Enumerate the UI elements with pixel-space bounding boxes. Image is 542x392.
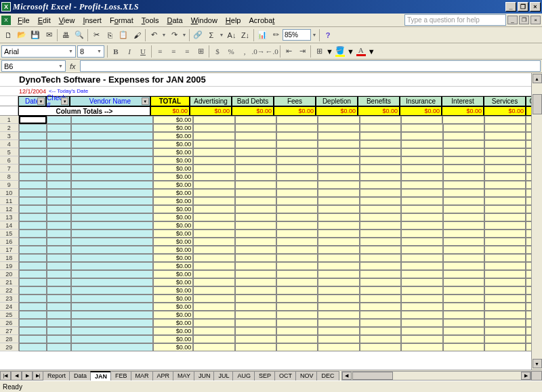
cell-date[interactable]: [19, 116, 47, 124]
row-header[interactable]: 27: [0, 327, 19, 335]
row-header[interactable]: 20: [0, 270, 19, 278]
row-header[interactable]: 15: [0, 230, 19, 238]
cell[interactable]: [193, 295, 234, 303]
menu-tools[interactable]: Tools: [138, 15, 163, 26]
header-fees[interactable]: Fees: [274, 96, 316, 106]
cell[interactable]: [360, 221, 401, 230]
fx-icon[interactable]: fx: [70, 62, 76, 70]
zoom-combo[interactable]: 85%: [283, 29, 311, 41]
cell[interactable]: [318, 213, 359, 221]
cell[interactable]: [276, 156, 318, 165]
cell-check[interactable]: [47, 246, 71, 254]
cell-vendor[interactable]: [71, 181, 153, 189]
cell-date[interactable]: [19, 238, 47, 246]
cell[interactable]: [484, 221, 526, 230]
cell[interactable]: [276, 132, 318, 140]
cell[interactable]: [484, 286, 526, 295]
cell[interactable]: [318, 238, 359, 246]
cell[interactable]: [360, 295, 401, 303]
table-row[interactable]: 27$0.00: [0, 327, 542, 335]
cell[interactable]: [401, 132, 442, 140]
cell-vendor[interactable]: [71, 343, 153, 351]
cell-check[interactable]: [47, 148, 71, 156]
filter-arrow-icon[interactable]: ▼: [142, 97, 149, 105]
cell[interactable]: [484, 156, 526, 165]
table-row[interactable]: 9$0.00: [0, 181, 542, 189]
cell-date[interactable]: [19, 132, 47, 140]
cell-vendor[interactable]: [71, 238, 153, 246]
sort-asc-icon[interactable]: A↓: [225, 28, 238, 42]
table-row[interactable]: 28$0.00: [0, 335, 542, 343]
table-row[interactable]: 2$0.00: [0, 124, 542, 132]
cell-vendor[interactable]: [71, 165, 153, 173]
cell-check[interactable]: [47, 238, 71, 246]
table-row[interactable]: 21$0.00: [0, 278, 542, 286]
cell[interactable]: [276, 246, 318, 254]
cell[interactable]: [276, 213, 318, 221]
filter-arrow-icon[interactable]: ▼: [37, 97, 45, 105]
header-services[interactable]: Services: [484, 96, 526, 106]
menu-view[interactable]: View: [55, 15, 79, 26]
row-header[interactable]: 29: [0, 343, 19, 351]
minimize-button[interactable]: _: [505, 2, 516, 12]
cell[interactable]: [318, 124, 359, 132]
table-row[interactable]: 18$0.00: [0, 254, 542, 262]
cell[interactable]: [276, 140, 318, 148]
cell[interactable]: [484, 319, 526, 327]
cell[interactable]: [193, 270, 234, 278]
cell[interactable]: [193, 181, 234, 189]
cell[interactable]: [484, 165, 526, 173]
cell[interactable]: [235, 213, 276, 221]
cell-total[interactable]: $0.00: [153, 205, 193, 213]
cell-date[interactable]: [19, 327, 47, 335]
menu-acrobat[interactable]: Acrobat: [245, 15, 278, 26]
cell-vendor[interactable]: [71, 197, 153, 205]
cell[interactable]: [401, 173, 442, 181]
redo-dropdown[interactable]: ▼: [181, 32, 188, 37]
cell-check[interactable]: [47, 319, 71, 327]
table-row[interactable]: 13$0.00: [0, 213, 542, 221]
cell-date[interactable]: [19, 254, 47, 262]
cell[interactable]: [318, 221, 359, 230]
cell-check[interactable]: [47, 270, 71, 278]
cell[interactable]: [318, 116, 359, 124]
cell[interactable]: [401, 165, 442, 173]
cell-check[interactable]: [47, 286, 71, 295]
cell-check[interactable]: [47, 343, 71, 351]
cell-total[interactable]: $0.00: [153, 116, 193, 124]
cell-date[interactable]: [19, 165, 47, 173]
header-insurance[interactable]: Insurance: [400, 96, 442, 106]
sheet-tab-oct[interactable]: OCT: [274, 371, 297, 380]
cell[interactable]: [318, 270, 359, 278]
cell-check[interactable]: [47, 156, 71, 165]
cell[interactable]: [235, 286, 276, 295]
cell-vendor[interactable]: [71, 221, 153, 230]
cell[interactable]: [235, 165, 276, 173]
table-row[interactable]: 5$0.00: [0, 148, 542, 156]
cell-total[interactable]: $0.00: [153, 156, 193, 165]
doc-close-button[interactable]: ×: [530, 16, 541, 24]
cell[interactable]: [360, 132, 401, 140]
cell-total[interactable]: $0.00: [153, 165, 193, 173]
cell[interactable]: [276, 173, 318, 181]
align-right-icon[interactable]: ≡: [180, 45, 194, 58]
cell-date[interactable]: [19, 319, 47, 327]
cell[interactable]: [235, 311, 276, 319]
cell[interactable]: [193, 197, 234, 205]
cell-check[interactable]: [47, 221, 71, 230]
row-header[interactable]: 6: [0, 156, 19, 165]
restore-button[interactable]: ❐: [518, 2, 528, 12]
cell[interactable]: [235, 124, 276, 132]
cell[interactable]: [443, 327, 484, 335]
sheet-tab-nov[interactable]: NOV: [295, 371, 318, 380]
cell[interactable]: [235, 335, 276, 343]
cell-date[interactable]: [19, 213, 47, 221]
decrease-decimal-icon[interactable]: ←.0: [265, 45, 278, 58]
cell[interactable]: [193, 221, 234, 230]
merge-icon[interactable]: ⊞: [194, 45, 207, 58]
cell-total[interactable]: $0.00: [153, 335, 193, 343]
vertical-scrollbar[interactable]: ▲ ▼: [531, 73, 542, 370]
cell[interactable]: [443, 246, 484, 254]
cell[interactable]: [276, 327, 318, 335]
cell-vendor[interactable]: [71, 173, 153, 181]
